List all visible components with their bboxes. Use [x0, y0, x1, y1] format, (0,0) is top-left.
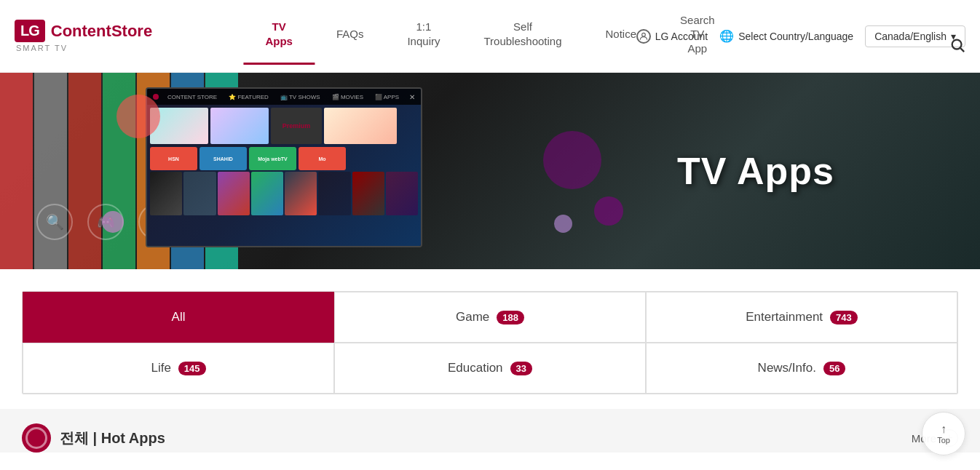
content-text: Content: [51, 22, 111, 40]
search-circle-icon: 🔍: [36, 204, 73, 240]
tv-show-7: [352, 172, 384, 215]
category-education[interactable]: Education 33: [334, 343, 646, 394]
top-arrow-icon: ↑: [941, 423, 947, 436]
category-all[interactable]: All: [23, 292, 334, 343]
canada-label: Canada/English: [874, 31, 947, 42]
search-icon[interactable]: [949, 37, 965, 57]
category-game-badge: 188: [497, 311, 524, 324]
tv-show-3: [218, 172, 250, 215]
tv-topbar: CONTENT STORE ⭐ FEATURED 📺 TV SHOWS 🎬 MO…: [147, 89, 421, 105]
categories-grid: All Game 188 Entertainment 743 Life 145 …: [22, 291, 958, 394]
tv-content-grid: Premium: [147, 105, 421, 147]
hero-bar-red: [0, 73, 33, 269]
deco-light-purple: [554, 215, 572, 233]
category-news-badge: 56: [823, 362, 845, 375]
tv-topbar-tvshows: 📺 TV SHOWS: [280, 94, 320, 100]
deco-purple-circle: [543, 131, 601, 189]
hero-banner: 🔍 🎮 🌐 ▶ ♪ CONTENT STORE ⭐ FEATURED 📺 TV …: [0, 73, 980, 269]
tv-app-mo: Mo: [299, 147, 346, 170]
svg-point-1: [952, 40, 962, 49]
tv-close-icon: ✕: [409, 93, 415, 101]
tv-mockup: CONTENT STORE ⭐ FEATURED 📺 TV SHOWS 🎬 MO…: [146, 87, 422, 247]
svg-line-2: [960, 48, 964, 52]
header: LG ContentStore SMART TV TVApps FAQs 1:1…: [0, 0, 980, 73]
tv-apps-row: HSN SHAHID Moja webTV Mo: [147, 147, 421, 170]
tv-topbar-dot: [153, 94, 159, 100]
hero-title: TV Apps: [677, 149, 834, 193]
deco-purple-circle-small: [594, 196, 623, 226]
category-news[interactable]: News/Info. 56: [646, 343, 957, 394]
tv-topbar-featured: ⭐ FEATURED: [229, 94, 269, 100]
tv-topbar-label: CONTENT STORE: [167, 94, 217, 100]
hot-badge-inner: [25, 427, 47, 449]
tv-premium-badge: Premium: [271, 108, 322, 144]
nav-item-search-app[interactable]: Search TVApp: [658, 0, 737, 72]
tv-app-hsn: HSN: [150, 147, 197, 170]
nav-item-inquiry[interactable]: 1:1Inquiry: [385, 5, 462, 65]
category-education-badge: 33: [510, 362, 532, 375]
tv-show-killing-eve: [150, 172, 182, 215]
tv-topbar-apps: ⬛ APPS: [375, 94, 399, 100]
category-entertainment[interactable]: Entertainment 743: [646, 292, 957, 343]
deco-pink-circle: [102, 211, 124, 233]
tv-show-row: [147, 170, 421, 217]
lg-logo: LG: [15, 20, 45, 42]
country-select[interactable]: 🌐 Select Country/Language: [719, 29, 853, 43]
main-nav: TVApps FAQs 1:1Inquiry SelfTroubleshooti…: [243, 0, 736, 72]
hot-badge: [22, 423, 51, 453]
select-country-label: Select Country/Language: [738, 31, 853, 42]
category-life-badge: 145: [178, 362, 206, 375]
tv-screen: CONTENT STORE ⭐ FEATURED 📺 TV SHOWS 🎬 MO…: [147, 89, 421, 246]
tv-show-8: [386, 172, 418, 215]
nav-item-tv-apps[interactable]: TVApps: [243, 5, 315, 65]
deco-red-circle: [116, 95, 160, 138]
top-button[interactable]: ↑ Top: [922, 412, 965, 453]
tv-app-moja: Moja webTV: [249, 147, 296, 170]
category-game-label: Game: [456, 310, 489, 324]
hot-apps-title: 전체 | Hot Apps: [60, 429, 165, 448]
category-life-label: Life: [151, 361, 170, 375]
tv-show-6: [318, 172, 350, 215]
logo-box: LG ContentStore: [15, 20, 152, 42]
nav-item-self-troubleshooting[interactable]: SelfTroubleshooting: [462, 5, 583, 65]
store-text: Store: [111, 22, 152, 40]
tv-show-5: [285, 172, 317, 215]
tv-show-2: [183, 172, 216, 215]
category-news-label: News/Info.: [758, 361, 816, 375]
tv-thumb-2: [210, 108, 269, 144]
category-entertainment-label: Entertainment: [746, 310, 823, 324]
tv-topbar-movies: 🎬 MOVIES: [332, 94, 363, 100]
content-store-text: ContentStore: [51, 22, 152, 41]
nav-item-faqs[interactable]: FAQs: [315, 12, 386, 58]
category-game[interactable]: Game 188: [334, 292, 646, 343]
nav-item-notice[interactable]: Notice: [584, 12, 659, 58]
hot-apps-left: 전체 | Hot Apps: [22, 423, 165, 453]
tv-thumb-3: [324, 108, 397, 144]
category-entertainment-badge: 743: [830, 311, 858, 324]
tv-app-shahid: SHAHID: [199, 147, 247, 170]
category-education-label: Education: [448, 361, 503, 375]
top-label: Top: [937, 436, 950, 445]
smart-tv-label: SMART TV: [15, 44, 68, 52]
category-all-label: All: [172, 310, 186, 324]
tv-show-4: [251, 172, 283, 215]
logo-area: LG ContentStore SMART TV: [15, 20, 152, 52]
category-life[interactable]: Life 145: [23, 343, 334, 394]
hot-apps-bar: 전체 | Hot Apps More +: [0, 409, 980, 453]
